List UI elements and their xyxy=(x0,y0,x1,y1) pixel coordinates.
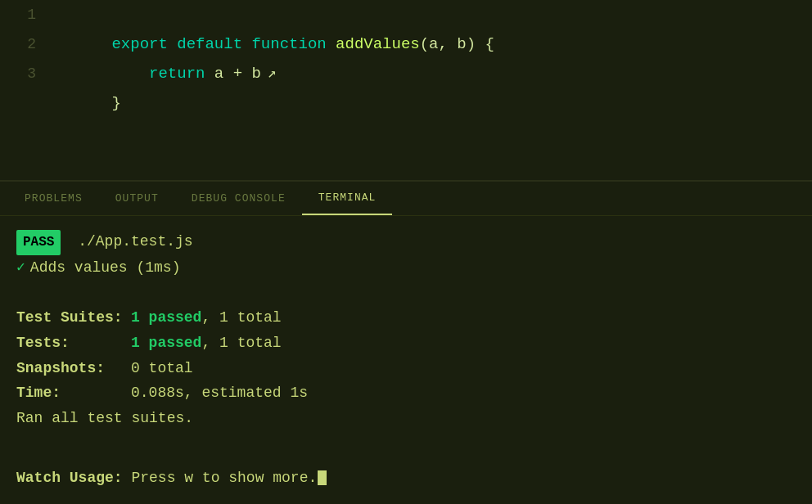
token-fn-name: addValues xyxy=(336,35,420,53)
watch-usage-label: Watch Usage: xyxy=(16,470,123,486)
watch-usage-value: Press w to show more. xyxy=(123,470,318,486)
line-number-3: 3 xyxy=(0,59,49,88)
tab-debug-console-label: DEBUG CONSOLE xyxy=(192,192,286,205)
stat-row-suites: Test Suites: 1 passed, 1 total xyxy=(16,305,796,331)
check-mark-icon: ✓ xyxy=(16,259,25,276)
stat-value-suites-total: , 1 total xyxy=(201,305,281,331)
stat-value-time: 0.088s, estimated 1s xyxy=(131,380,308,406)
token-close-brace: } xyxy=(111,94,120,112)
code-line-1: 1 export default function addValues(a, b… xyxy=(0,0,812,29)
test-file-path: ./App.test.js xyxy=(69,233,192,250)
token-params: (a, b) { xyxy=(420,35,494,53)
tab-terminal[interactable]: TERMINAL xyxy=(302,182,393,215)
tab-output[interactable]: OUTPUT xyxy=(99,182,175,215)
ran-all-text: Ran all test suites. xyxy=(16,410,193,426)
stat-value-tests-total: , 1 total xyxy=(201,331,281,356)
stat-value-tests-green: 1 passed xyxy=(131,331,201,356)
cursor-arrow-icon: ↗ xyxy=(268,59,277,88)
token-return-value: a + b xyxy=(214,65,261,83)
terminal-cursor xyxy=(318,470,327,485)
line-number-2: 2 xyxy=(0,29,49,59)
tabs-bar: PROBLEMS OUTPUT DEBUG CONSOLE TERMINAL xyxy=(0,182,812,216)
line-number-1: 1 xyxy=(0,0,49,29)
tab-output-label: OUTPUT xyxy=(115,192,159,205)
terminal-content: PASS ./App.test.js ✓Adds values (1ms) Te… xyxy=(0,216,812,504)
test-name-text: Adds values (1ms) xyxy=(30,259,181,276)
tab-problems-label: PROBLEMS xyxy=(25,192,83,205)
stat-value-snapshots: 0 total xyxy=(131,356,193,381)
stat-value-suites-green: 1 passed xyxy=(131,305,201,331)
pass-line: PASS ./App.test.js xyxy=(16,229,796,255)
stat-label-snapshots: Snapshots: xyxy=(16,356,131,381)
bottom-panel: PROBLEMS OUTPUT DEBUG CONSOLE TERMINAL P… xyxy=(0,182,812,504)
token-return: return xyxy=(111,65,214,83)
stat-row-tests: Tests: 1 passed, 1 total xyxy=(16,331,796,356)
stat-row-time: Time: 0.088s, estimated 1s xyxy=(16,380,796,406)
tab-problems[interactable]: PROBLEMS xyxy=(8,182,99,215)
pass-badge: PASS xyxy=(16,230,61,255)
test-result-line: ✓Adds values (1ms) xyxy=(16,255,796,281)
stat-row-snapshots: Snapshots: 0 total xyxy=(16,356,796,381)
code-content-3: } xyxy=(56,59,121,147)
stat-label-time: Time: xyxy=(16,380,131,406)
stat-label-tests: Tests: xyxy=(16,331,131,356)
tab-debug-console[interactable]: DEBUG CONSOLE xyxy=(175,182,302,215)
code-editor: 1 export default function addValues(a, b… xyxy=(0,0,812,180)
stat-label-suites: Test Suites: xyxy=(16,305,131,331)
ran-all-line: Ran all test suites. xyxy=(16,406,796,431)
watch-usage-line: Watch Usage: Press w to show more. xyxy=(16,466,796,491)
tab-terminal-label: TERMINAL xyxy=(318,191,377,204)
